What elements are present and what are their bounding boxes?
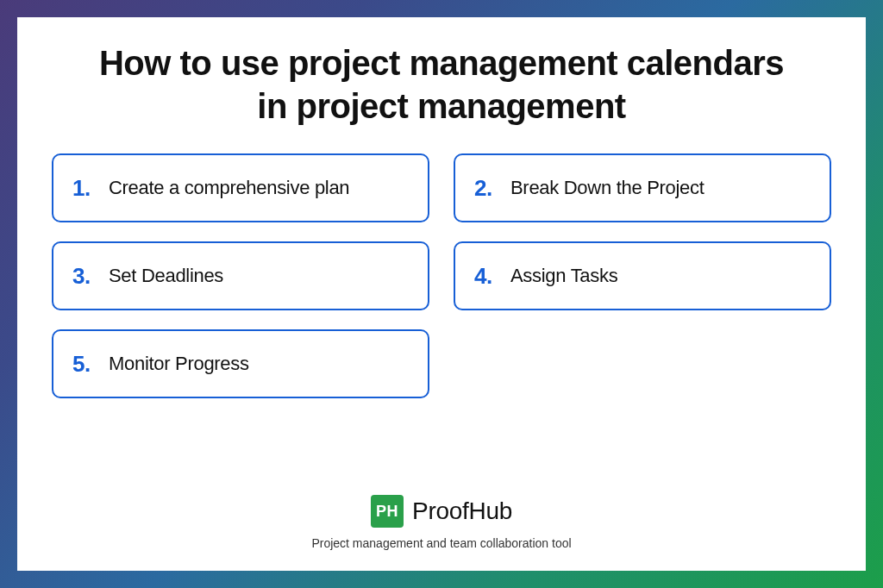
step-number: 5.	[72, 351, 109, 378]
footer: PH ProofHub Project management and team …	[52, 495, 831, 554]
step-number: 1.	[72, 175, 109, 202]
step-number: 4.	[474, 263, 510, 290]
step-text: Monitor Progress	[109, 352, 249, 377]
brand-tagline: Project management and team collaboratio…	[311, 536, 571, 550]
page-title: How to use project management calendars …	[88, 41, 795, 128]
step-card: 5. Monitor Progress	[52, 329, 429, 398]
canvas: How to use project management calendars …	[17, 17, 866, 571]
step-card: 1. Create a comprehensive plan	[52, 153, 429, 222]
steps-grid: 1. Create a comprehensive plan 2. Break …	[52, 153, 831, 398]
step-text: Set Deadlines	[109, 264, 223, 289]
brand-name: ProofHub	[412, 497, 512, 525]
step-text: Break Down the Project	[510, 176, 705, 201]
step-text: Create a comprehensive plan	[109, 176, 349, 201]
step-card: 2. Break Down the Project	[454, 153, 831, 222]
step-number: 3.	[72, 263, 109, 290]
step-card: 3. Set Deadlines	[52, 241, 429, 310]
proofhub-logo-icon: PH	[371, 495, 404, 528]
step-number: 2.	[474, 175, 510, 202]
brand-row: PH ProofHub	[371, 495, 512, 528]
step-card: 4. Assign Tasks	[454, 241, 831, 310]
step-text: Assign Tasks	[510, 264, 617, 289]
